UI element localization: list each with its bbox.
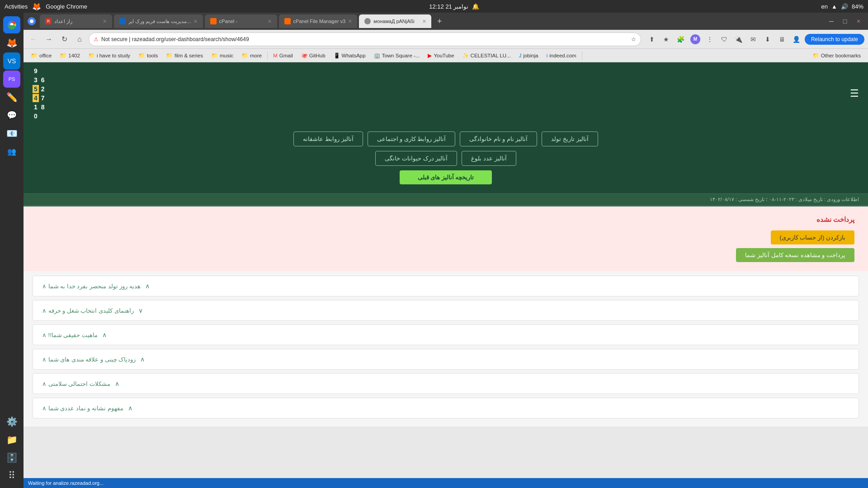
bookmark-townsquare[interactable]: 🏢 Town Square -... bbox=[370, 50, 424, 61]
analysis-btn-name[interactable]: آنالیز نام و نام خانوادگی bbox=[460, 131, 537, 146]
logo-num-6: 6 bbox=[40, 76, 46, 84]
bookmark-celestial[interactable]: ✨ CELESTIAL LU... bbox=[459, 50, 514, 61]
screen-icon[interactable]: 🖥 bbox=[776, 33, 788, 46]
bookmark-label: indeed.com bbox=[549, 53, 576, 58]
back-button[interactable]: ← bbox=[27, 33, 40, 46]
url-bar[interactable]: ⚠ Not secure | razeadad.org/user-dashboa… bbox=[89, 33, 641, 46]
sidebar-icon-files[interactable]: 📁 bbox=[3, 431, 20, 448]
network-icon: ▲ bbox=[831, 3, 837, 10]
logo-num-9: 9 bbox=[33, 67, 39, 75]
content-area: ∧ هدیه روز تولد منحصر بفرد خدا به شما ∧ … bbox=[24, 271, 868, 427]
section-item-career[interactable]: ∨ راهنمای کلیدی انتخاب شغل و حرفه ∧ bbox=[33, 300, 859, 321]
payment-buttons: بازکردن (از حساب کاربری) پرداخت و مشاهده… bbox=[37, 230, 854, 262]
section-item-health[interactable]: ∧ مشکلات احتمالی سلامتی ∧ bbox=[33, 373, 859, 394]
website-content: 9 3 6 5 2 4 7 1 8 0 ☰ آنالیز روابط عاشقا… bbox=[24, 62, 868, 427]
download-icon[interactable]: ⬇ bbox=[761, 33, 774, 46]
profile-icon[interactable]: M bbox=[689, 33, 702, 46]
bookmark-star-icon[interactable]: ☆ bbox=[631, 36, 636, 42]
tab-monamad[interactable]: монамаД рАNjАßi × bbox=[359, 14, 431, 28]
minimize-button[interactable]: ─ bbox=[826, 15, 837, 27]
forward-button[interactable]: → bbox=[42, 33, 55, 46]
bookmark-indeed[interactable]: i indeed.com bbox=[543, 50, 580, 61]
close-window-button[interactable]: × bbox=[853, 15, 864, 27]
section-item-birthday[interactable]: ∧ هدیه روز تولد منحصر بفرد خدا به شما ∧ bbox=[33, 276, 859, 296]
bookmark-1402[interactable]: 📁 1402 bbox=[56, 50, 84, 61]
logo-num-7: 7 bbox=[40, 94, 46, 102]
bookmark-study[interactable]: 📁 i have to study bbox=[85, 50, 134, 61]
puzzle-icon[interactable]: 🧩 bbox=[675, 33, 687, 46]
home-button[interactable]: ⌂ bbox=[73, 33, 86, 46]
section-title: زودپاک چینی و علاقه مندی های شما ∧ bbox=[42, 356, 136, 363]
analysis-btn-birthdate[interactable]: آنالیز تاریخ تولد bbox=[542, 131, 598, 146]
hamburger-menu-button[interactable]: ☰ bbox=[850, 88, 859, 99]
reload-button[interactable]: ↻ bbox=[58, 33, 71, 46]
pay-button[interactable]: پرداخت و مشاهده نسخه کامل آنالیز شما bbox=[736, 248, 854, 262]
section-item-symbol[interactable]: ∧ مفهوم نشانه و نماد عددی شما ∧ bbox=[33, 398, 859, 418]
tab-cpanel[interactable]: cPanel - × bbox=[205, 14, 277, 28]
analysis-btn-pet[interactable]: آنالیز درک حیوانات خانگی bbox=[375, 151, 457, 166]
relaunch-button[interactable]: Relaunch to update bbox=[805, 34, 864, 45]
extension-icon2[interactable]: ✉ bbox=[747, 33, 760, 46]
analysis-btn-maturity[interactable]: آنالیز عدد بلوغ bbox=[462, 151, 516, 166]
sidebar-icon-thunderbird[interactable]: 📧 bbox=[3, 125, 20, 142]
shield-icon[interactable]: 🛡 bbox=[718, 33, 731, 46]
analysis-btn-social[interactable]: آنالیز روابط کاری و اجتماعی bbox=[368, 131, 455, 146]
bookmark-github[interactable]: 🐙 GitHub bbox=[297, 50, 329, 61]
sidebar-icon-vscode[interactable]: VS bbox=[3, 52, 20, 70]
sidebar-icon-team[interactable]: 👥 bbox=[3, 143, 20, 160]
bookmark-film[interactable]: 📁 film & series bbox=[162, 50, 207, 61]
section-item-chinese[interactable]: ∧ زودپاک چینی و علاقه مندی های شما ∧ bbox=[33, 349, 859, 370]
jobinja-icon: J bbox=[519, 53, 522, 58]
tab4-close-btn[interactable]: × bbox=[348, 18, 352, 25]
bookmark-label: film & series bbox=[175, 53, 203, 58]
extension-icon3[interactable]: 👤 bbox=[790, 33, 803, 46]
bookmark-other[interactable]: 📁 Other bookmarks bbox=[809, 50, 864, 61]
bookmark-label: tools bbox=[147, 53, 158, 58]
share-icon[interactable]: ⬆ bbox=[646, 33, 658, 46]
bookmark-office[interactable]: 📁 office bbox=[27, 50, 55, 61]
sidebar-icon-settings[interactable]: ⚙️ bbox=[3, 413, 20, 430]
chevron-down-icon: ∨ bbox=[138, 307, 143, 314]
tab-cpanel-file[interactable]: cPanel File Manager v3 × bbox=[279, 14, 358, 28]
tab5-close-btn[interactable]: × bbox=[422, 18, 426, 25]
tab2-close-btn[interactable]: × bbox=[193, 18, 197, 25]
sidebar-icon-slack[interactable]: 💬 bbox=[3, 107, 20, 124]
new-tab-button[interactable]: + bbox=[433, 15, 446, 28]
bookmark-music[interactable]: 📁 music bbox=[208, 50, 237, 61]
bookmark-whatsapp[interactable]: 📱 WhatsApp bbox=[330, 50, 369, 61]
extension-icon1[interactable]: 🔌 bbox=[732, 33, 745, 46]
sidebar-icon-archive[interactable]: 🗄️ bbox=[3, 449, 20, 466]
logo-num-4: 4 bbox=[33, 94, 39, 102]
tab-razadad[interactable]: R راز اعداد × bbox=[40, 14, 112, 28]
tab1-close-btn[interactable]: × bbox=[103, 18, 107, 25]
sidebar-icon-chrome[interactable] bbox=[3, 16, 20, 33]
bookmark-more[interactable]: 📁 more bbox=[238, 50, 265, 61]
sidebar-icon-inkscape[interactable]: ✏️ bbox=[3, 89, 20, 106]
analysis-btn-romantic[interactable]: آنالیز روابط عاشقانه bbox=[293, 131, 363, 146]
bookmark-gmail[interactable]: M Gmail bbox=[269, 50, 297, 61]
logo-num-0: 0 bbox=[33, 112, 39, 120]
history-button[interactable]: تاریخچه آنالیز های قبلی bbox=[400, 170, 492, 184]
reactivate-button[interactable]: بازکردن (از حساب کاربری) bbox=[771, 230, 855, 244]
activities-label[interactable]: Activities bbox=[5, 3, 28, 10]
info-bar: اطلاعات ورودی : تاریخ میلادی : ۲۰۲۳-۱۱-۰… bbox=[24, 193, 868, 205]
section-item-nature[interactable]: ∧ ماهیت حقیقی شما!! ∧ bbox=[33, 324, 859, 345]
bookmark-jobinja[interactable]: J jobinja bbox=[515, 50, 542, 61]
star-icon[interactable]: ★ bbox=[660, 33, 673, 46]
maximize-button[interactable]: □ bbox=[839, 15, 851, 27]
notification-icon[interactable]: 🔔 bbox=[472, 3, 479, 10]
sidebar-icon-phpstorm[interactable]: PS bbox=[3, 70, 20, 88]
tab3-close-btn[interactable]: × bbox=[268, 18, 271, 25]
analysis-row-3: تاریخچه آنالیز های قبلی bbox=[37, 170, 854, 184]
not-secure-icon: ⚠ bbox=[94, 36, 99, 42]
tab-hosting[interactable]: مدیریت هاست فریم ورک ایر... × bbox=[114, 14, 203, 28]
bookmark-tools[interactable]: 📁 tools bbox=[135, 50, 161, 61]
bookmark-youtube[interactable]: ▶ YouTube bbox=[424, 50, 458, 61]
bookmark-label: 1402 bbox=[68, 53, 80, 58]
tab2-favicon bbox=[119, 18, 126, 24]
sidebar-icon-firefox[interactable]: 🦊 bbox=[3, 34, 20, 52]
sidebar-icon-appgrid[interactable]: ⠿ bbox=[3, 467, 20, 484]
more-tools-icon[interactable]: ⋮ bbox=[703, 33, 716, 46]
github-icon: 🐙 bbox=[301, 52, 307, 59]
site-logo: 9 3 6 5 2 4 7 1 8 0 bbox=[33, 67, 46, 120]
